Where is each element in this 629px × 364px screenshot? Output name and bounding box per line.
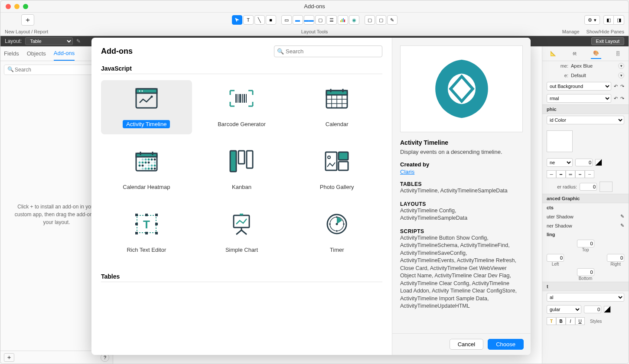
- state-select[interactable]: rmal: [547, 94, 611, 103]
- redo-icon[interactable]: ↷: [620, 84, 624, 89]
- line-select[interactable]: ne: [547, 158, 573, 167]
- dialog-search-input[interactable]: [274, 46, 382, 57]
- svg-point-33: [141, 162, 143, 164]
- addon-label: Kanban: [228, 183, 255, 191]
- text-color-swatch[interactable]: [604, 306, 611, 313]
- line-width-input[interactable]: [575, 159, 593, 166]
- addon-kanban[interactable]: Kanban: [196, 143, 287, 197]
- portal-tool[interactable]: ☰: [326, 15, 337, 25]
- font-select[interactable]: al: [547, 293, 624, 302]
- inspector-tab-appearance[interactable]: 🎨: [591, 49, 601, 59]
- addon-calendar-heatmap[interactable]: Calendar Heatmap: [101, 143, 192, 197]
- addon-label: Rich Text Editor: [123, 246, 169, 254]
- bold-highlight[interactable]: T: [547, 317, 556, 325]
- undo-icon2[interactable]: ↶: [614, 96, 618, 101]
- pad-right-label: Right: [607, 262, 624, 266]
- fill-swatch[interactable]: [547, 130, 573, 152]
- theme-label: me:: [547, 63, 568, 68]
- tab-fields[interactable]: Fields: [4, 47, 19, 60]
- fill-select[interactable]: id Color: [547, 116, 624, 124]
- pad-bottom-input[interactable]: [577, 268, 594, 276]
- addon-calendar[interactable]: Calendar: [291, 80, 382, 134]
- web-viewer-tool[interactable]: ◉: [349, 15, 359, 25]
- tab-control-tool[interactable]: ▢: [315, 15, 326, 25]
- svg-point-6: [139, 91, 140, 92]
- button-bar-tool[interactable]: ▬▬: [304, 15, 314, 25]
- svg-rect-70: [240, 214, 243, 215]
- tab-objects[interactable]: Objects: [27, 47, 46, 60]
- scripts-body: ActivityTimeline Button Show Config, Act…: [400, 234, 523, 310]
- pad-right-input[interactable]: [607, 254, 624, 262]
- svg-rect-53: [238, 151, 244, 164]
- author-link[interactable]: Claris: [400, 169, 414, 175]
- tab-addons[interactable]: Add-ons: [54, 46, 75, 61]
- selection-tool[interactable]: [232, 15, 242, 25]
- style-menu[interactable]: ▾: [618, 72, 624, 78]
- addon-barcode-generator[interactable]: Barcode Generator: [196, 80, 287, 134]
- addon-timer[interactable]: Timer: [291, 206, 382, 260]
- svg-rect-11: [239, 94, 241, 103]
- layout-bg-select[interactable]: out Background: [547, 82, 611, 91]
- addon-rich-text-editor[interactable]: TRich Text Editor: [101, 206, 192, 260]
- svg-text:T: T: [143, 218, 150, 231]
- line-style-segments[interactable]: ─━═┅┄: [547, 170, 594, 178]
- button-tool[interactable]: ▬: [293, 15, 303, 25]
- add-addon-button[interactable]: ＋: [4, 353, 14, 362]
- theme-menu[interactable]: ▾: [618, 63, 624, 69]
- left-pane-toggle[interactable]: ◧: [603, 15, 614, 25]
- italic-button[interactable]: I: [566, 317, 575, 325]
- manage-label: Manage: [562, 29, 580, 34]
- popover-tool[interactable]: ▢: [365, 15, 375, 25]
- field-tool[interactable]: ▭: [281, 15, 292, 25]
- edit-inner-shadow[interactable]: ✎: [620, 223, 624, 228]
- weight-select[interactable]: gular: [547, 305, 581, 314]
- svg-point-45: [150, 162, 153, 164]
- manage-button[interactable]: ⚙ ▾: [584, 15, 600, 25]
- inspector-tab-data[interactable]: 🗄: [613, 49, 623, 59]
- redo-icon2[interactable]: ↷: [620, 96, 624, 101]
- svg-rect-9: [235, 94, 237, 103]
- text-tool[interactable]: T: [243, 15, 254, 25]
- timer-icon: [324, 212, 350, 236]
- minimize-window-button[interactable]: [14, 4, 20, 9]
- edit-outer-shadow[interactable]: ✎: [620, 214, 624, 219]
- addon-label: Calendar Heatmap: [119, 183, 173, 191]
- undo-icon[interactable]: ↶: [614, 84, 618, 89]
- corner-input[interactable]: [580, 183, 597, 191]
- photo-gallery-icon: [324, 149, 350, 173]
- detail-hero: [400, 46, 523, 132]
- effects-label: cts: [542, 203, 629, 212]
- cancel-button[interactable]: Cancel: [450, 339, 483, 350]
- layout-select[interactable]: Table: [25, 37, 73, 45]
- svg-point-42: [147, 165, 150, 167]
- addon-photo-gallery[interactable]: Photo Gallery: [291, 143, 382, 197]
- rectangle-tool[interactable]: ■: [266, 15, 276, 25]
- right-pane-toggle[interactable]: ◨: [614, 15, 624, 25]
- underline-button[interactable]: U: [575, 317, 585, 325]
- search-icon: 🔍: [7, 66, 14, 72]
- inspector-tab-position[interactable]: 📐: [548, 49, 558, 59]
- close-window-button[interactable]: [6, 4, 11, 9]
- corner-label: er radius:: [547, 184, 577, 189]
- exit-layout-button[interactable]: Exit Layout: [591, 37, 624, 45]
- zoom-window-button[interactable]: [23, 4, 28, 9]
- chart-tool[interactable]: [338, 15, 348, 25]
- font-size-input[interactable]: [584, 306, 601, 313]
- svg-point-37: [144, 162, 147, 164]
- corner-picker[interactable]: [600, 182, 613, 192]
- line-color-swatch[interactable]: [595, 159, 602, 166]
- addon-activity-timeline[interactable]: Activity Timeline: [101, 80, 192, 134]
- choose-button[interactable]: Choose: [488, 339, 524, 350]
- slide-control-tool[interactable]: ▢: [376, 15, 386, 25]
- format-painter-tool[interactable]: ✎: [387, 15, 398, 25]
- new-layout-button[interactable]: ＋: [21, 14, 34, 26]
- pencil-icon[interactable]: ✎: [76, 38, 81, 44]
- pad-top-input[interactable]: [577, 240, 594, 247]
- inspector-tab-tools[interactable]: 🛠: [570, 49, 580, 59]
- addon-simple-chart[interactable]: Simple Chart: [196, 206, 287, 260]
- bold-button[interactable]: B: [556, 317, 566, 325]
- svg-point-51: [153, 168, 156, 170]
- activity-timeline-icon: [134, 86, 160, 110]
- line-tool[interactable]: ╲: [254, 15, 265, 25]
- pad-left-input[interactable]: [547, 254, 564, 262]
